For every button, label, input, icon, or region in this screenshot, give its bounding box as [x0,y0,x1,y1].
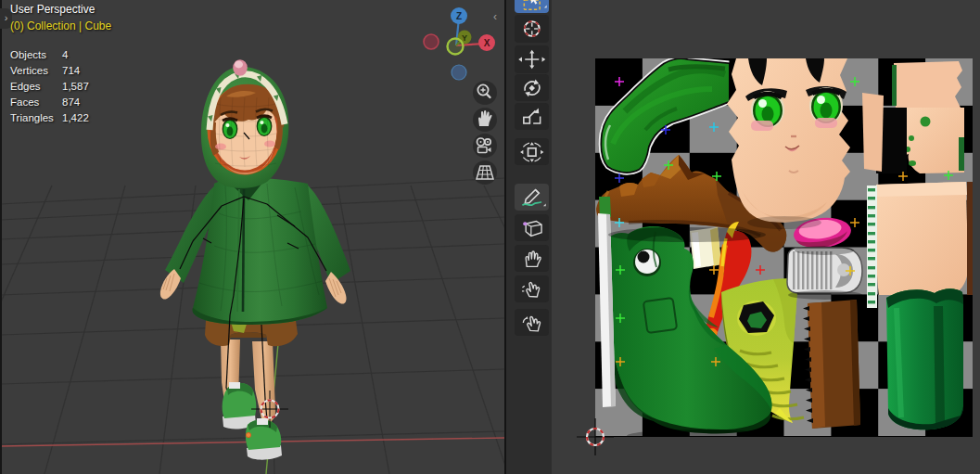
svg-text:X: X [484,38,490,48]
svg-text:Y: Y [462,33,467,43]
svg-text:Z: Z [456,11,462,21]
